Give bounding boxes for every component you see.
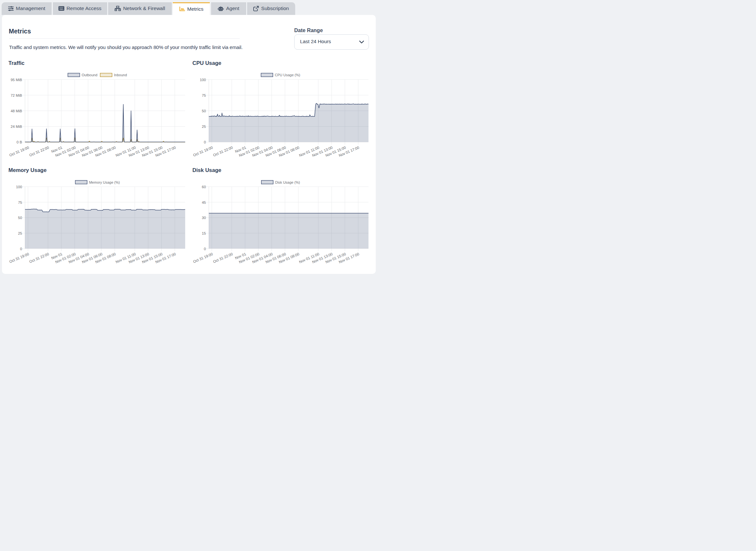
svg-text:100: 100 [200, 78, 206, 82]
svg-text:50: 50 [18, 216, 22, 220]
svg-text:15: 15 [202, 231, 206, 235]
svg-text:Oct 31 22:00: Oct 31 22:00 [212, 252, 233, 263]
svg-text:60: 60 [202, 185, 206, 189]
svg-text:Oct 31 19:00: Oct 31 19:00 [193, 145, 213, 157]
svg-text:72 MiB: 72 MiB [11, 93, 22, 97]
svg-text:24 MiB: 24 MiB [11, 125, 22, 128]
svg-text:Oct 31 19:00: Oct 31 19:00 [9, 145, 30, 157]
svg-text:Disk Usage (%): Disk Usage (%) [275, 180, 300, 184]
svg-text:Outbound: Outbound [82, 73, 97, 77]
svg-text:Oct 31 19:00: Oct 31 19:00 [193, 252, 213, 263]
svg-text:45: 45 [202, 200, 206, 204]
svg-text:Inbound: Inbound [114, 73, 127, 77]
svg-text:100: 100 [16, 185, 22, 189]
svg-text:48 MiB: 48 MiB [11, 109, 22, 113]
svg-text:30: 30 [202, 216, 206, 220]
svg-text:0: 0 [20, 247, 22, 251]
svg-text:95 MiB: 95 MiB [11, 78, 22, 82]
svg-text:75: 75 [18, 200, 22, 204]
svg-text:Memory Usage (%): Memory Usage (%) [89, 180, 120, 184]
svg-text:Oct 31 22:00: Oct 31 22:00 [29, 145, 49, 157]
svg-text:Oct 31 22:00: Oct 31 22:00 [29, 252, 49, 263]
svg-text:25: 25 [18, 231, 22, 235]
svg-text:75: 75 [202, 93, 206, 97]
svg-text:Oct 31 22:00: Oct 31 22:00 [212, 145, 233, 157]
svg-text:0: 0 [204, 247, 206, 251]
svg-text:CPU Usage (%): CPU Usage (%) [275, 73, 300, 77]
svg-text:0: 0 [204, 140, 206, 144]
svg-text:0 B: 0 B [17, 140, 22, 144]
svg-text:25: 25 [202, 125, 206, 128]
svg-text:Oct 31 19:00: Oct 31 19:00 [9, 252, 30, 263]
svg-text:50: 50 [202, 109, 206, 113]
